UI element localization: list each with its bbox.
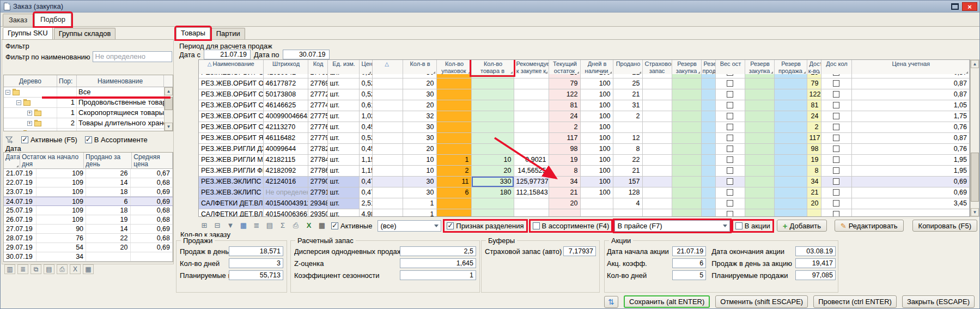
goods-column-header[interactable]: Кол-во товара в: [471, 60, 514, 75]
date-cell[interactable]: 23.07.19: [4, 187, 36, 196]
cell-qty-in-pack[interactable]: 30: [403, 74, 436, 78]
cell-name[interactable]: РЕЗ.ЖЕВ.ЭКЛИПС ЛЕДЯНАЯ ВИШН...: [199, 176, 263, 187]
cell-current-stock[interactable]: 29: [549, 74, 580, 78]
cell-days-avail[interactable]: 100: [580, 143, 613, 154]
date-row[interactable]: 27.07.19 90 14 0,69: [4, 225, 173, 234]
goods-column-header[interactable]: Резерв продажа: [774, 60, 807, 75]
field-input[interactable]: 03.08.19: [795, 246, 836, 256]
left-tab[interactable]: Группы SKU: [3, 27, 53, 39]
assortment-item[interactable]: В ассортименте (F4): [531, 221, 612, 231]
cell-code[interactable]: 27774: [308, 100, 327, 111]
goods-row[interactable]: РЕЗ.ЖЕВ.ОРБИТ СОЧНЫЙ АРБУЗ 1... 42113270…: [199, 122, 970, 132]
checkbox-icon[interactable]: [833, 211, 839, 216]
cell-sold[interactable]: 128: [613, 187, 642, 198]
cell-safety-stock[interactable]: [642, 165, 672, 176]
cell-goods-count[interactable]: [471, 89, 514, 100]
cell-available[interactable]: 81: [807, 100, 821, 111]
checkbox-icon[interactable]: [727, 167, 733, 174]
date-cell[interactable]: 24.07.19: [4, 197, 36, 205]
tree-row[interactable]: + 2 Товары длительного хранения: [4, 118, 173, 129]
goods-column-header[interactable]: Цена: [359, 60, 372, 75]
cell-qty-in-pack[interactable]: 30: [403, 89, 436, 100]
cell-dos-flag[interactable]: [821, 78, 851, 89]
cell-weight-flag[interactable]: [715, 176, 745, 187]
date-row[interactable]: 26.07.19 109 19 0,68: [4, 215, 173, 225]
field-input[interactable]: 2,5: [400, 246, 476, 256]
cell-available[interactable]: 29: [807, 74, 821, 78]
cell-reserve-purchase[interactable]: [672, 154, 701, 165]
cell-sold[interactable]: 4: [613, 198, 642, 209]
checkbox-icon[interactable]: [727, 211, 733, 216]
cell-barcode[interactable]: 46177872: [263, 78, 308, 89]
cell-accounting-price[interactable]: 1,05: [851, 100, 970, 111]
date-col-header[interactable]: Продано за день: [84, 153, 132, 168]
cell-code[interactable]: 27769: [308, 78, 327, 89]
stock-cell[interactable]: 109: [36, 178, 86, 187]
price-list-select[interactable]: В прайсе (F7): [614, 220, 729, 232]
cell-current-stock[interactable]: 20: [549, 198, 580, 209]
cell-reserve-sale[interactable]: [701, 122, 715, 132]
cell-qty-in-pack[interactable]: 30: [403, 122, 436, 132]
goods-row[interactable]: РЕЗ.ЖЕВ.ОРБИТ ОСВЕЖАЮЩИЙ МЯ... 42059942 …: [199, 74, 970, 78]
cell-weight-flag[interactable]: [715, 78, 745, 89]
goods-column-header[interactable]: Кол-в в: [403, 60, 436, 75]
cell-price[interactable]: 0,52: [359, 78, 372, 89]
cell-qty-in-pack[interactable]: 30: [403, 176, 436, 187]
field-input[interactable]: 6: [672, 258, 706, 268]
filter-icon[interactable]: ▼: [224, 220, 236, 231]
cell-goods-count[interactable]: [471, 100, 514, 111]
stock-cell[interactable]: 54: [36, 243, 86, 252]
goods-column-header[interactable]: Рекомендуе к закупке к: [514, 60, 549, 75]
field-input[interactable]: 5: [672, 270, 706, 280]
expand-toggle-icon[interactable]: +: [27, 111, 32, 116]
cell-reserve-sale[interactable]: [701, 176, 715, 187]
sold-cell[interactable]: 22: [86, 234, 130, 243]
checkbox-icon[interactable]: [727, 156, 733, 163]
cell-current-stock[interactable]: 122: [549, 89, 580, 100]
cell-unit[interactable]: шт.: [327, 132, 359, 143]
cell-sold[interactable]: 21: [613, 165, 642, 176]
date-row[interactable]: 22.07.19 109 14 0,68: [4, 178, 173, 187]
tree-row[interactable]: − 1 Продовольственные товары: [4, 98, 173, 108]
checkbox-icon[interactable]: [727, 189, 733, 196]
cell-name[interactable]: РЕЗ.ЖЕВ.ЭКЛИПС ЛЕСНЫЕ ЯГОДЫ...: [199, 187, 263, 198]
cell-days-avail[interactable]: 100: [580, 122, 613, 132]
cell-goods-count[interactable]: [471, 198, 514, 209]
cell-weight-flag[interactable]: [715, 198, 745, 209]
goods-row[interactable]: РЕЗ.ЖЕВ.РИГЛИ МЯТНЫЙ РАЗРЯД ... 42182115…: [199, 154, 970, 165]
cell-dos-flag[interactable]: [821, 132, 851, 143]
cell-days-avail[interactable]: 100: [580, 165, 613, 176]
footer-button[interactable]: Закрыть (ESCAPE): [902, 295, 975, 308]
cell-available[interactable]: 24: [807, 111, 821, 122]
goods-row[interactable]: САЛФЕТКИ ДЕТ.ВЛ.ПАМПЕРС СЕН... 401540063…: [199, 209, 970, 216]
cell-available[interactable]: 21: [807, 187, 821, 198]
cell-qty-in-pack[interactable]: 20: [403, 100, 436, 111]
checkbox-icon[interactable]: [833, 113, 839, 119]
cell-reserve-sale[interactable]: [701, 89, 715, 100]
cell-barcode[interactable]: 42182092: [263, 165, 308, 176]
cell-weight-flag[interactable]: [715, 111, 745, 122]
cell-dos-flag[interactable]: [821, 198, 851, 209]
cell-name[interactable]: РЕЗ.ЖЕВ.РИГЛИ ДЖУСИ ФРУТ 13Г...: [199, 143, 263, 154]
avg-price-cell[interactable]: 0,69: [131, 225, 173, 233]
cell-reserve-purchase2[interactable]: [745, 165, 774, 176]
checkbox-icon[interactable]: [727, 135, 733, 141]
cell-weight-flag[interactable]: [715, 154, 745, 165]
checkbox-icon[interactable]: [833, 200, 839, 207]
cell-name[interactable]: САЛФЕТКИ ДЕТ.ВЛ.ПАМПЕРС БЭБ...: [199, 198, 263, 209]
cell-code[interactable]: 27791: [308, 187, 327, 198]
goods-column-header[interactable]: Ед. изм.: [327, 60, 359, 75]
cell-dos-flag[interactable]: [821, 176, 851, 187]
cell-barcode[interactable]: Не определено: [263, 187, 308, 198]
excel-export-icon[interactable]: X: [303, 220, 315, 231]
cell-available[interactable]: 98: [807, 143, 821, 154]
cell-days-avail[interactable]: 100: [580, 74, 613, 78]
right-tab[interactable]: Партии: [211, 28, 245, 39]
checkbox-icon[interactable]: [727, 146, 733, 152]
cell-reserve-sale[interactable]: [701, 154, 715, 165]
cell-recommended[interactable]: [514, 111, 549, 122]
cell-qty-in-pack[interactable]: 30: [403, 187, 436, 198]
cell-name[interactable]: РЕЗ.ЖЕВ.РИГЛИ МЯТНЫЙ РАЗРЯД ...: [199, 154, 263, 165]
cell-barcode[interactable]: 42113270: [263, 122, 308, 132]
goods-column-header[interactable]: Цена учетная: [851, 60, 970, 75]
